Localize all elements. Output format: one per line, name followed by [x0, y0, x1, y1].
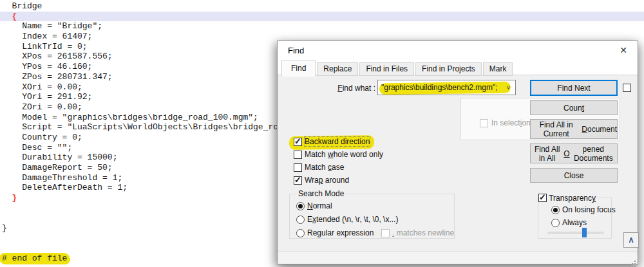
- dot-matches-newline-checkbox: [381, 229, 390, 237]
- dialog-titlebar: Find ✕: [278, 41, 638, 60]
- dialog-statusbar: [278, 251, 638, 264]
- normal-label: Normal: [307, 201, 332, 210]
- dialog-title: Find: [288, 46, 304, 55]
- search-mode-title: Search Mode: [296, 189, 346, 198]
- tab-find[interactable]: Find: [281, 60, 316, 77]
- two-button-mode-checkbox[interactable]: [623, 84, 631, 92]
- backward-direction-label: Backward direction: [305, 137, 370, 146]
- close-button[interactable]: Close: [530, 168, 618, 183]
- collapse-button[interactable]: ∧: [623, 232, 639, 248]
- screen: Bridge { Name = "Bridge"; Index = 61407;…: [0, 0, 644, 267]
- code-line: Name = "Bridge";: [2, 21, 644, 32]
- find-next-button[interactable]: Find Next: [530, 80, 618, 96]
- find-dialog: Find ✕ FindReplaceFind in FilesFind in P…: [277, 41, 638, 264]
- match-whole-word-checkbox[interactable]: [294, 151, 302, 159]
- normal-radio[interactable]: [296, 202, 305, 210]
- on-losing-focus-radio[interactable]: [551, 206, 560, 214]
- tab-replace[interactable]: Replace: [317, 62, 358, 76]
- transparency-checkbox[interactable]: [538, 194, 547, 202]
- extended-radio[interactable]: [296, 216, 305, 224]
- wrap-around-checkbox[interactable]: [294, 176, 302, 185]
- regex-label: Regular expression: [307, 228, 374, 237]
- transparency-group: Transparency On losing focus Always: [538, 198, 612, 239]
- in-selection-checkbox: [480, 119, 488, 127]
- code-line: Bridge: [2, 1, 644, 12]
- match-case-checkbox[interactable]: [294, 163, 302, 172]
- slider-handle[interactable]: [582, 228, 587, 237]
- code-line: {: [0, 12, 644, 22]
- end-of-file-highlight-annotation: # end of file: [0, 253, 70, 264]
- tab-find-in-files[interactable]: Find in Files: [359, 62, 414, 76]
- find-all-opened-button[interactable]: Find All in All Opened Documents: [530, 143, 618, 163]
- in-selection-label: In selection: [491, 118, 531, 127]
- find-what-combobox[interactable]: "graphics\buildings\bench2.mgm"; ∨: [377, 80, 516, 95]
- close-icon[interactable]: ✕: [616, 43, 631, 57]
- find-what-label: Find what :: [316, 84, 375, 93]
- always-label: Always: [562, 218, 587, 227]
- regex-radio[interactable]: [296, 229, 305, 237]
- match-case-label: Match case: [305, 163, 344, 172]
- tab-strip: FindReplaceFind in FilesFind in Projects…: [278, 60, 638, 75]
- backward-direction-checkbox[interactable]: [294, 138, 302, 146]
- search-mode-group: Search Mode Normal Extended (\n, \r, \t,…: [289, 194, 455, 239]
- tab-mark[interactable]: Mark: [483, 62, 513, 76]
- transparency-legend: Transparency: [538, 192, 598, 203]
- find-all-current-button[interactable]: Find All in Current Document: [530, 119, 618, 139]
- count-button[interactable]: Count: [530, 100, 618, 115]
- extended-label: Extended (\n, \r, \t, \0, \x...): [307, 215, 398, 224]
- dot-matches-newline-label: . matches newline: [392, 228, 454, 237]
- match-whole-word-label: Match whole word only: [305, 150, 383, 159]
- always-radio[interactable]: [551, 219, 560, 227]
- chevron-up-icon: ∧: [628, 235, 634, 244]
- chevron-down-icon[interactable]: ∨: [506, 84, 511, 91]
- transparency-label: Transparency: [549, 194, 596, 203]
- wrap-around-label: Wrap around: [305, 176, 349, 185]
- find-what-input-value[interactable]: "graphics\buildings\bench2.mgm";: [381, 83, 498, 92]
- on-losing-focus-label: On losing focus: [562, 205, 616, 214]
- transparency-slider[interactable]: [547, 232, 604, 234]
- resize-grip[interactable]: [634, 261, 636, 262]
- tab-find-in-projects[interactable]: Find in Projects: [415, 62, 482, 76]
